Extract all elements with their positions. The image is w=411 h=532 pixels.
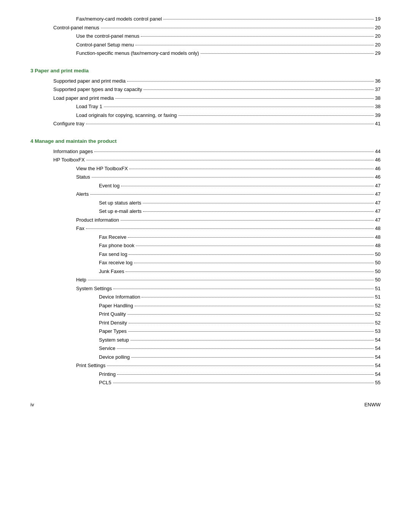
entry-text: Information pages <box>53 148 93 155</box>
entry-page: 55 <box>375 379 381 387</box>
toc-entry: Event log47 <box>30 182 381 190</box>
footer-right: ENWW <box>364 402 381 407</box>
entry-page: 47 <box>375 182 381 190</box>
entry-page: 41 <box>375 120 381 128</box>
toc-entry: Paper Types53 <box>30 328 381 335</box>
entry-text: Control-panel menus <box>53 24 99 32</box>
entry-text: Print Settings <box>76 362 105 369</box>
toc-entry: Fax receive log50 <box>30 259 381 267</box>
entry-dots <box>134 263 373 263</box>
entry-text: System setup <box>99 336 129 344</box>
toc-entry: Load paper and print media38 <box>30 94 381 102</box>
toc-entry: Fax Receive48 <box>30 233 381 241</box>
entry-text: Paper Handling <box>99 302 133 310</box>
entry-text: Set up status alerts <box>99 199 141 207</box>
entry-dots <box>107 366 373 366</box>
entry-dots <box>121 186 373 186</box>
entry-dots <box>131 340 374 340</box>
toc-entry: System setup54 <box>30 336 381 344</box>
entry-page: 52 <box>375 319 381 327</box>
toc-section: 4 Manage and maintain the productInforma… <box>30 138 381 387</box>
toc-entry: Fax48 <box>30 225 381 232</box>
entry-page: 46 <box>375 156 381 164</box>
toc-entry: Set up status alerts47 <box>30 199 381 207</box>
entry-text: PCL5 <box>99 379 112 387</box>
entry-text: Supported paper types and tray capacity <box>53 86 142 93</box>
entry-text: HP ToolboxFX <box>53 156 85 164</box>
entry-text: View the HP ToolboxFX <box>76 165 128 173</box>
toc-entry: Alerts47 <box>30 190 381 198</box>
entry-dots <box>135 45 374 45</box>
entry-page: 47 <box>375 190 381 198</box>
toc-entry: Print Quality52 <box>30 310 381 318</box>
entry-page: 48 <box>375 242 381 249</box>
entry-dots <box>142 297 373 297</box>
entry-text: Fax Receive <box>99 233 126 241</box>
entry-page: 38 <box>375 94 381 102</box>
toc-entry: Fax phone book48 <box>30 242 381 249</box>
entry-page: 54 <box>375 362 381 369</box>
page-footer: iv ENWW <box>30 402 381 407</box>
entry-page: 54 <box>375 353 381 361</box>
entry-dots <box>127 81 373 81</box>
entry-text: Print Quality <box>99 310 126 318</box>
entry-page: 20 <box>375 24 381 32</box>
entry-dots <box>94 152 373 152</box>
entry-text: Paper Types <box>99 328 127 335</box>
entry-dots <box>143 211 374 212</box>
entry-page: 47 <box>375 208 381 215</box>
entry-page: 46 <box>375 173 381 181</box>
toc-entry: View the HP ToolboxFX46 <box>30 165 381 173</box>
entry-page: 50 <box>375 268 381 275</box>
entry-dots <box>143 89 373 90</box>
toc-entry: Set up e-mail alerts47 <box>30 208 381 215</box>
entry-dots <box>129 169 374 169</box>
entry-page: 19 <box>375 15 381 23</box>
chapter-heading: 3 Paper and print media <box>30 68 381 73</box>
entry-page: 48 <box>375 225 381 232</box>
entry-page: 20 <box>375 32 381 40</box>
entry-text: Fax <box>76 225 84 232</box>
entry-dots <box>115 98 374 99</box>
toc-entry: Function-specific menus (fax/memory-card… <box>30 50 381 57</box>
toc-entry: System Settings51 <box>30 285 381 292</box>
entry-dots <box>113 289 374 289</box>
toc-entry: Control-panel menus20 <box>30 24 381 32</box>
entry-text: Supported paper and print media <box>53 77 126 85</box>
entry-dots <box>201 53 374 54</box>
entry-dots <box>128 331 374 332</box>
toc-entry: Fax/memory-card models control panel19 <box>30 15 381 23</box>
toc-entry: Printing54 <box>30 371 381 378</box>
entry-dots <box>117 348 373 349</box>
toc-entry: Print Settings54 <box>30 362 381 369</box>
entry-dots <box>126 272 373 272</box>
entry-dots <box>86 124 374 124</box>
entry-text: Load originals for copying, scanning, or… <box>76 112 177 119</box>
entry-text: Alerts <box>76 190 89 198</box>
toc-entry: Fax send log50 <box>30 251 381 258</box>
entry-page: 51 <box>375 293 381 301</box>
toc-entry: Load Tray 138 <box>30 103 381 110</box>
entry-dots <box>104 107 374 107</box>
chapter-heading: 4 Manage and maintain the product <box>30 138 381 144</box>
entry-text: Control-panel Setup menu <box>76 41 134 49</box>
entry-text: Help <box>76 276 86 284</box>
top-entries: Fax/memory-card models control panel19Co… <box>30 15 381 57</box>
entry-page: 36 <box>375 77 381 85</box>
entry-text: System Settings <box>76 285 112 292</box>
entry-page: 52 <box>375 302 381 310</box>
entry-dots <box>178 115 374 116</box>
entry-text: Printing <box>99 371 116 378</box>
entry-page: 20 <box>375 41 381 49</box>
toc-section: 3 Paper and print mediaSupported paper a… <box>30 68 381 128</box>
entry-dots <box>127 314 374 315</box>
entry-page: 48 <box>375 233 381 241</box>
entry-page: 50 <box>375 276 381 284</box>
entry-text: Configure tray <box>53 120 84 128</box>
entry-dots <box>129 323 374 323</box>
toc-entry: Use the control-panel menus20 <box>30 32 381 40</box>
entry-text: Fax send log <box>99 251 127 258</box>
entry-dots <box>113 383 374 383</box>
toc-entry: Supported paper types and tray capacity3… <box>30 86 381 93</box>
entry-page: 54 <box>375 345 381 352</box>
